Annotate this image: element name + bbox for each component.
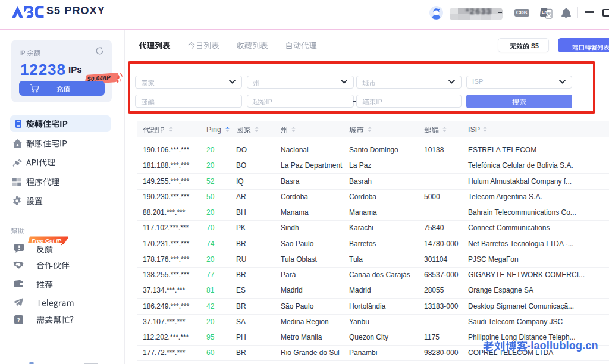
svg-text:?: ? — [17, 316, 20, 323]
svg-text:En: En — [542, 10, 547, 14]
